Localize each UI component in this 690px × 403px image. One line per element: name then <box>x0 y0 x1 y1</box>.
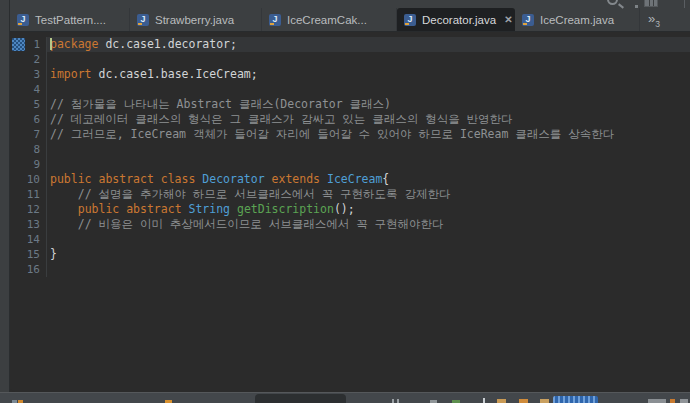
token-cm: // 첨가물을 나타내는 Abstract 클래스(Decorator 클래스) <box>50 97 391 111</box>
token-pl: { <box>382 172 389 186</box>
line-number: 8 <box>33 143 40 156</box>
code-text[interactable] <box>47 232 690 247</box>
line-number-gutter[interactable]: 15 <box>10 247 47 262</box>
token-kw: package <box>50 37 98 51</box>
line-number-gutter[interactable]: 9 <box>10 157 47 172</box>
code-line: 2 <box>10 52 690 67</box>
taskbar-icon[interactable] <box>519 399 528 403</box>
token-cm: // 데코레이터 클래스의 형식은 그 클래스가 감싸고 있는 클래스의 형식을… <box>50 112 513 126</box>
line-number: 11 <box>27 188 40 201</box>
line-number-gutter[interactable]: 5 <box>10 97 47 112</box>
line-number: 5 <box>33 98 40 111</box>
line-number: 12 <box>27 203 40 216</box>
tab-label: IceCream.java <box>540 14 614 26</box>
code-text[interactable]: // 첨가물을 나타내는 Abstract 클래스(Decorator 클래스) <box>47 97 690 112</box>
tab-icecreamcak-[interactable]: JIceCreamCak... <box>262 8 397 31</box>
code-line: 14 <box>10 232 690 247</box>
code-text[interactable] <box>47 262 690 277</box>
code-text[interactable]: package dc.case1.decorator; <box>47 37 690 52</box>
token-kw: extends <box>272 172 327 186</box>
tab-testpattern-[interactable]: JTestPattern.... <box>10 8 130 31</box>
taskbar-icon[interactable] <box>680 399 688 403</box>
taskbar-icon[interactable] <box>540 399 549 403</box>
code-line: 5// 첨가물을 나타내는 Abstract 클래스(Decorator 클래스… <box>10 97 690 112</box>
code-line: 10public abstract class Decorator extend… <box>10 172 690 187</box>
line-number-gutter[interactable]: 11 <box>10 187 47 202</box>
code-text[interactable] <box>47 142 690 157</box>
code-text[interactable]: public abstract String getDiscription(); <box>47 202 690 217</box>
search-icon[interactable] <box>607 0 618 5</box>
code-text[interactable] <box>47 82 690 97</box>
code-line: 11 // 설명을 추가해야 하므로 서브클래스에서 꼭 구현하도록 강제한다 <box>10 187 690 202</box>
line-number-gutter[interactable]: 13 <box>10 217 47 232</box>
line-number: 6 <box>33 113 40 126</box>
line-number-gutter[interactable]: 2 <box>10 52 47 67</box>
code-line: 6// 데코레이터 클래스의 형식은 그 클래스가 감싸고 있는 클래스의 형식… <box>10 112 690 127</box>
taskbar-icon[interactable] <box>670 399 675 403</box>
line-number-gutter[interactable]: 16 <box>10 262 47 277</box>
code-line: 4 <box>10 82 690 97</box>
code-text[interactable]: public abstract class Decorator extends … <box>47 172 690 187</box>
code-text[interactable] <box>47 52 690 67</box>
line-number: 4 <box>33 83 40 96</box>
taskbar-app-group[interactable] <box>255 394 346 403</box>
token-ty: IceCream <box>327 172 382 186</box>
tab-strawberry-java[interactable]: JStrawberry.java <box>130 8 262 31</box>
line-number: 14 <box>27 233 40 246</box>
bookmark-icon[interactable] <box>12 38 25 51</box>
line-number: 2 <box>33 53 40 66</box>
left-tool-rail <box>0 0 10 392</box>
token-pl: (); <box>334 202 355 216</box>
code-text[interactable]: } <box>47 247 690 262</box>
code-text[interactable]: // 설명을 추가해야 하므로 서브클래스에서 꼭 구현하도록 강제한다 <box>47 187 690 202</box>
token-pl <box>50 187 78 201</box>
line-number-gutter[interactable]: 7 <box>10 127 47 142</box>
line-number: 9 <box>33 158 40 171</box>
code-text[interactable] <box>47 157 690 172</box>
toolbar-divider <box>684 0 685 8</box>
line-number: 7 <box>33 128 40 141</box>
token-pl: } <box>50 247 57 261</box>
taskbar-icon[interactable] <box>483 398 485 403</box>
line-number-gutter[interactable]: 12 <box>10 202 47 217</box>
taskbar-icon[interactable] <box>497 399 506 403</box>
line-number-gutter[interactable]: 8 <box>10 142 47 157</box>
line-number-gutter[interactable]: 4 <box>10 82 47 97</box>
line-number-gutter[interactable]: 1 <box>10 37 47 52</box>
editor-header: JTestPattern....JStrawberry.javaJIceCrea… <box>10 0 690 32</box>
token-ty: Decorator <box>202 172 271 186</box>
code-line: 12 public abstract String getDiscription… <box>10 202 690 217</box>
taskbar-icon[interactable] <box>392 399 394 403</box>
hidden-tabs-chevron[interactable]: »3 <box>648 14 660 29</box>
line-number-gutter[interactable]: 10 <box>10 172 47 187</box>
tab-label: Decorator.java <box>422 14 496 26</box>
line-number-gutter[interactable]: 14 <box>10 232 47 247</box>
code-text[interactable]: // 데코레이터 클래스의 형식은 그 클래스가 감싸고 있는 클래스의 형식을… <box>47 112 690 127</box>
token-kw: public abstract class <box>50 172 202 186</box>
token-ty: String <box>188 202 236 216</box>
code-text[interactable]: import dc.case1.base.IceCream; <box>47 67 690 82</box>
code-line: 15} <box>10 247 690 262</box>
taskbar-icon[interactable] <box>648 399 666 403</box>
code-text[interactable]: // 비용은 이미 추상메서드이므로 서브클래스에서 꼭 구현해야한다 <box>47 217 690 232</box>
line-number-gutter[interactable]: 6 <box>10 112 47 127</box>
code-line: 7// 그러므로, IceCream 객체가 들어갈 자리에 들어갈 수 있어야… <box>10 127 690 142</box>
java-file-icon: J <box>404 14 416 26</box>
code-line: 9 <box>10 157 690 172</box>
apps-grid-icon[interactable] <box>644 0 658 7</box>
taskbar-icon[interactable] <box>397 399 399 403</box>
token-pl <box>50 217 78 231</box>
code-line: 13 // 비용은 이미 추상메서드이므로 서브클래스에서 꼭 구현해야한다 <box>10 217 690 232</box>
token-kw: import <box>50 67 92 81</box>
line-number-gutter[interactable]: 3 <box>10 67 47 82</box>
line-number: 15 <box>27 248 40 261</box>
code-line: 3import dc.case1.base.IceCream; <box>10 67 690 82</box>
java-file-icon: J <box>522 14 534 26</box>
code-editor[interactable]: 1package dc.case1.decorator;23import dc.… <box>10 32 690 392</box>
close-tab-icon[interactable]: ✕ <box>504 14 512 25</box>
tab-decorator-java[interactable]: JDecorator.java✕ <box>397 8 515 31</box>
code-text[interactable]: // 그러므로, IceCream 객체가 들어갈 자리에 들어갈 수 있어야 … <box>47 127 690 142</box>
tab-icecream-java[interactable]: JIceCream.java <box>515 8 640 31</box>
taskbar-active-app[interactable] <box>553 396 598 403</box>
ide-window: JTestPattern....JStrawberry.javaJIceCrea… <box>0 0 690 403</box>
